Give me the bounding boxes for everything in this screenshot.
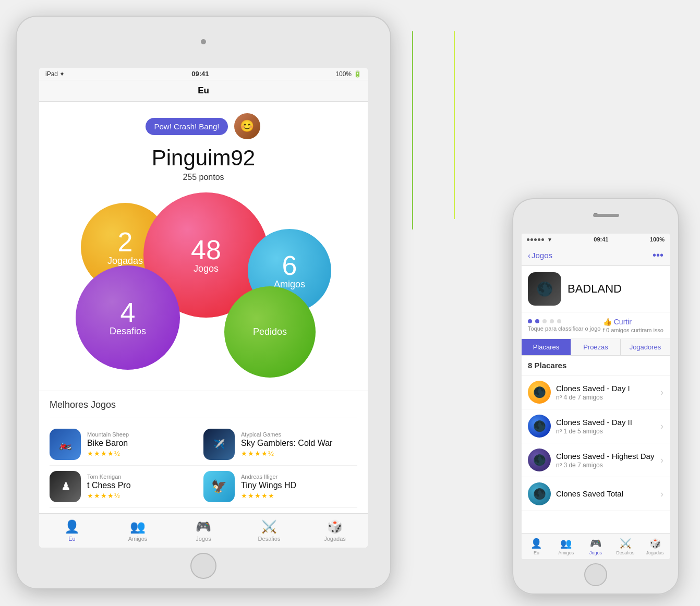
game-item-sky-gamblers[interactable]: ✈️ Atypical Games Sky Gamblers: Cold War… xyxy=(203,423,357,466)
ipad-tab-jogadas-icon: 🎲 xyxy=(327,519,343,534)
game-item-chess[interactable]: ♟ Tom Kerrigan t Chess Pro ★★★★½ xyxy=(50,466,203,508)
signal-dot-3 xyxy=(534,238,537,241)
ipad-device: iPad ✦ 09:41 100% 🔋 Eu Pow! Crash! Bang!… xyxy=(16,16,391,589)
signal-dot-4 xyxy=(538,238,540,241)
iphone-tabbar-jogadas-icon: 🎲 xyxy=(649,538,661,549)
iphone-tab-placares[interactable]: Placares xyxy=(522,339,571,355)
game-publisher-sky-gamblers: Atypical Games xyxy=(241,431,357,438)
game-stars-bike-baron: ★★★★½ xyxy=(87,450,203,457)
lb-info-highest: Clones Saved - Highest Day nº 3 de 7 ami… xyxy=(556,452,655,469)
leaderboard-item-day1[interactable]: 🌑 Clones Saved - Day I nº 4 de 7 amigos … xyxy=(522,375,670,409)
iphone-navbar: ‹ Jogos ••• xyxy=(522,245,670,266)
ipad-status-battery: 100% xyxy=(335,70,352,78)
rating-dot-5 xyxy=(557,319,561,323)
lb-sub-day1: nº 4 de 7 amigos xyxy=(556,394,655,401)
leaderboard-item-day2[interactable]: 🌑 Clones Saved - Day II nº 1 de 5 amigos… xyxy=(522,409,670,443)
game-title-bike-baron: Bike Baron xyxy=(87,439,203,448)
iphone-status-dots: ▼ xyxy=(527,237,552,243)
iphone-app-title: BADLAND xyxy=(568,282,663,296)
iphone-tabbar-eu-icon: 👤 xyxy=(530,538,542,549)
ipad-status-time: 09:41 xyxy=(191,70,209,78)
ipad-camera xyxy=(201,39,206,44)
iphone-tabbar-jogadas-label: Jogadas xyxy=(646,550,664,555)
chevron-right-icon-total: › xyxy=(660,489,663,500)
leaderboard-item-total[interactable]: 🌑 Clones Saved Total › xyxy=(522,477,670,511)
iphone-tabbar-eu-label: Eu xyxy=(534,550,539,555)
ipad-tab-jogos[interactable]: 🎮 Jogos xyxy=(171,519,236,542)
points: 255 pontos xyxy=(50,173,357,182)
ipad-tab-desafios[interactable]: ⚔️ Desafios xyxy=(236,519,302,542)
ipad-navbar: Eu xyxy=(39,80,368,102)
ipad-status-right: 100% 🔋 xyxy=(335,70,361,78)
game-icon-tiny-wings: 🦅 xyxy=(203,471,235,502)
iphone-speaker xyxy=(593,214,619,217)
lb-info-day2: Clones Saved - Day II nº 1 de 5 amigos xyxy=(556,418,655,435)
game-info-sky-gamblers: Atypical Games Sky Gamblers: Cold War ★★… xyxy=(241,431,357,457)
chart-lines xyxy=(396,31,511,250)
iphone-tabbar-jogos[interactable]: 🎮 Jogos xyxy=(581,538,611,555)
game-item-bike-baron[interactable]: 🏍️ Mountain Sheep Bike Baron ★★★★½ xyxy=(50,423,203,466)
chevron-right-icon-highest: › xyxy=(660,455,663,466)
ipad-tab-jogadas-label: Jogadas xyxy=(324,536,346,542)
ipad-tab-eu[interactable]: 👤 Eu xyxy=(39,519,105,542)
friends-liked-text: f 0 amigos curtiram isso xyxy=(603,327,663,333)
bubble-desafios-label: Desafios xyxy=(110,326,146,337)
iphone-tab-proezas[interactable]: Proezas xyxy=(571,339,621,355)
iphone-back-button[interactable]: ‹ Jogos xyxy=(528,251,552,260)
like-section: 👍 Curtir f 0 amigos curtiram isso xyxy=(603,318,663,333)
bubble-jogos-label: Jogos xyxy=(194,263,219,274)
bubble-jogadas-number: 2 xyxy=(118,228,133,256)
game-stars-tiny-wings: ★★★★★ xyxy=(241,492,357,500)
tap-classify-text: Toque para classificar o jogo xyxy=(528,323,600,332)
bubbles-area: 2 Jogadas 48 Jogos 6 Amigos 4 Desafios xyxy=(60,187,347,385)
lb-title-total: Clones Saved Total xyxy=(556,489,655,498)
game-title-sky-gamblers: Sky Gamblers: Cold War xyxy=(241,439,357,448)
iphone-home-button[interactable] xyxy=(584,563,607,586)
iphone-tabbar-amigos[interactable]: 👥 Amigos xyxy=(551,538,581,555)
iphone-nav-more-button[interactable]: ••• xyxy=(653,249,663,261)
bubble-jogos-number: 48 xyxy=(191,236,221,263)
ipad-tabbar: 👤 Eu 👥 Amigos 🎮 Jogos ⚔️ Desafios 🎲 Joga… xyxy=(39,513,368,548)
chart-line-1 xyxy=(412,31,413,229)
game-info-chess: Tom Kerrigan t Chess Pro ★★★★½ xyxy=(87,474,203,500)
iphone-rating-row: Toque para classificar o jogo 👍 Curtir f… xyxy=(522,312,670,339)
ipad-status-ipad: iPad ✦ xyxy=(45,70,65,78)
iphone-screen: ▼ 09:41 100% ‹ Jogos ••• 🌑 BADLAND xyxy=(522,234,670,559)
lb-title-day1: Clones Saved - Day I xyxy=(556,384,655,393)
lb-icon-total: 🌑 xyxy=(528,482,551,505)
username: Pinguim92 xyxy=(50,146,357,171)
game-item-tiny-wings[interactable]: 🦅 Andreas Illiger Tiny Wings HD ★★★★★ xyxy=(203,466,357,508)
iphone-tab-jogadores[interactable]: Jogadores xyxy=(621,339,670,355)
lb-icon-day2: 🌑 xyxy=(528,415,551,438)
game-stars-sky-gamblers: ★★★★½ xyxy=(241,450,357,457)
game-icon-bike-baron: 🏍️ xyxy=(50,429,81,460)
ipad-status-left: iPad ✦ xyxy=(45,70,65,78)
bubble-pedidos-label: Pedidos xyxy=(253,326,287,337)
ipad-tab-jogadas[interactable]: 🎲 Jogadas xyxy=(302,519,368,542)
message-bubble-text: Pow! Crash! Bang! xyxy=(154,122,219,131)
game-stars-chess: ★★★★½ xyxy=(87,492,203,500)
iphone-tabbar-jogadas[interactable]: 🎲 Jogadas xyxy=(640,538,670,555)
leaderboard-item-highest[interactable]: 🌑 Clones Saved - Highest Day nº 3 de 7 a… xyxy=(522,443,670,477)
iphone-status-bar: ▼ 09:41 100% xyxy=(522,234,670,245)
like-button[interactable]: 👍 Curtir xyxy=(603,318,663,326)
message-bubble-wrapper: Pow! Crash! Bang! 😊 xyxy=(50,112,357,140)
iphone-tabbar-eu[interactable]: 👤 Eu xyxy=(522,538,551,555)
chart-line-2 xyxy=(454,31,455,219)
iphone-tabbar-amigos-icon: 👥 xyxy=(560,538,572,549)
bubble-desafios[interactable]: 4 Desafios xyxy=(76,265,180,370)
rating-dot-1 xyxy=(528,319,532,323)
game-icon-chess: ♟ xyxy=(50,471,81,502)
iphone-tabbar-desafios[interactable]: ⚔️ Desafios xyxy=(610,538,640,555)
game-publisher-tiny-wings: Andreas Illiger xyxy=(241,474,357,480)
divider-line xyxy=(50,418,357,418)
ipad-tab-amigos[interactable]: 👥 Amigos xyxy=(105,519,171,542)
bubble-pedidos[interactable]: Pedidos xyxy=(224,286,316,378)
bubble-desafios-number: 4 xyxy=(120,299,136,326)
ipad-tab-eu-icon: 👤 xyxy=(64,519,80,534)
ipad-home-button[interactable] xyxy=(190,553,216,579)
battery-icon: 🔋 xyxy=(354,70,361,78)
iphone-status-time: 09:41 xyxy=(594,236,608,243)
chevron-right-icon-day1: › xyxy=(660,387,663,398)
app-icon-emoji: 🌑 xyxy=(536,281,553,297)
